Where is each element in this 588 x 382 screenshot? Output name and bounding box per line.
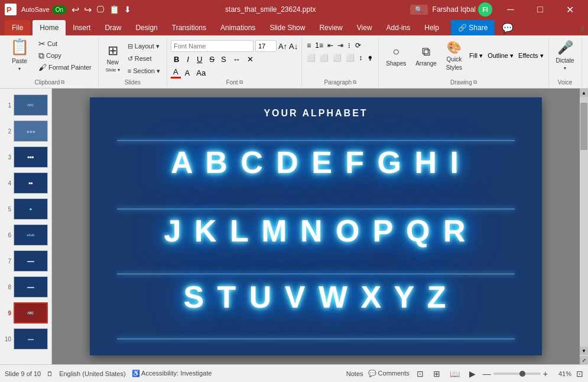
font-color-button[interactable]: A xyxy=(171,67,181,79)
slide-thumb-8[interactable]: 8 ▬▬ xyxy=(2,275,49,299)
comments-button[interactable]: 💬 Comments xyxy=(368,370,410,377)
tab-addins[interactable]: Add-ins xyxy=(379,20,418,35)
slide-thumb-7[interactable]: 7 ▬▬ xyxy=(2,249,49,273)
line-spacing-button[interactable]: ↕ xyxy=(358,53,363,63)
font-expand[interactable]: ⧉ xyxy=(239,79,243,86)
tab-slideshow[interactable]: Slide Show xyxy=(262,20,312,35)
shadow-button[interactable]: S xyxy=(219,54,229,64)
scroll-up-button[interactable]: ▲ xyxy=(580,89,588,97)
clear-format-button[interactable]: ✕ xyxy=(245,54,256,64)
slideshow-view-button[interactable]: ▶ xyxy=(467,368,478,380)
highlight-button[interactable]: A xyxy=(183,68,193,78)
zoom-out-button[interactable]: — xyxy=(483,369,491,378)
slide-canvas[interactable]: YOUR ALPHABET A B C D E F G H I J K L M … xyxy=(90,97,542,355)
share-button[interactable]: 🔗 Share xyxy=(451,20,495,35)
language-indicator[interactable]: English (United States) xyxy=(59,370,126,377)
tab-animations[interactable]: Animations xyxy=(213,20,262,35)
tab-help[interactable]: Help xyxy=(417,20,446,35)
section-button[interactable]: ≡Section ▾ xyxy=(125,66,163,77)
tab-transitions[interactable]: Transitions xyxy=(165,20,213,35)
search-button[interactable]: 🔍 xyxy=(410,5,428,15)
notes-button[interactable]: Notes xyxy=(346,370,363,377)
neon-line-1 xyxy=(117,208,515,210)
undo-button[interactable]: ↩ xyxy=(72,4,79,15)
smart-art-button[interactable]: ⧭ xyxy=(365,53,375,63)
shape-effects-button[interactable]: Effects ▾ xyxy=(517,51,544,61)
font-size-decrease[interactable]: A↓ xyxy=(289,42,298,51)
dictate-button[interactable]: 🎤 Dictate ▾ xyxy=(553,39,578,72)
justify-button[interactable]: ⬜ xyxy=(345,53,356,63)
format-painter-button[interactable]: 🖌Format Painter xyxy=(35,61,95,73)
zoom-level[interactable]: 41% xyxy=(553,370,571,377)
normal-view-button[interactable]: ⊡ xyxy=(414,368,426,380)
maximize-button[interactable]: □ xyxy=(527,0,554,19)
align-right-button[interactable]: ⬜ xyxy=(332,53,343,63)
tab-view[interactable]: View xyxy=(350,20,379,35)
scroll-thumb[interactable] xyxy=(580,103,587,150)
accessibility-status[interactable]: ♿ Accessibility: Investigate xyxy=(132,370,212,377)
reading-view-button[interactable]: 📖 xyxy=(447,368,462,380)
decrease-indent-button[interactable]: ⇤ xyxy=(326,40,334,51)
align-left-button[interactable]: ⬜ xyxy=(306,53,317,63)
autosave-toggle[interactable]: AutoSave On xyxy=(21,5,67,14)
layout-button[interactable]: ⊟Layout ▾ xyxy=(125,41,163,52)
paste-button[interactable]: 📋 Paste ▾ xyxy=(5,38,34,71)
slide-thumb-4[interactable]: 4 ■■ xyxy=(2,171,49,195)
font-name-input[interactable] xyxy=(171,40,254,52)
bold-button[interactable]: B xyxy=(171,54,182,65)
shape-fill-button[interactable]: Fill ▾ xyxy=(468,51,484,61)
tab-review[interactable]: Review xyxy=(312,20,349,35)
slide-sorter-button[interactable]: ⊞ xyxy=(431,368,443,380)
drawing-expand[interactable]: ⧉ xyxy=(473,79,477,86)
reset-button[interactable]: ↺Reset xyxy=(125,53,163,64)
font-size-input[interactable] xyxy=(255,40,277,52)
numbering-button[interactable]: 1≡ xyxy=(314,40,324,51)
paragraph-expand[interactable]: ⧉ xyxy=(353,79,356,86)
bullets-button[interactable]: ≡ xyxy=(306,40,312,51)
comment-button[interactable]: 💬 xyxy=(495,20,521,35)
shape-outline-button[interactable]: Outline ▾ xyxy=(486,51,515,61)
close-button[interactable]: ✕ xyxy=(556,0,583,19)
italic-button[interactable]: I xyxy=(184,54,192,65)
arrange-button[interactable]: ⧉ Arrange xyxy=(412,39,440,72)
cut-button[interactable]: ✂Cut xyxy=(35,38,95,50)
text-columns-button[interactable]: ⫶ xyxy=(346,40,352,51)
slide-thumb-5[interactable]: 5 ■ xyxy=(2,197,49,221)
shapes-button[interactable]: ○ Shapes xyxy=(382,39,410,72)
main-area: 1 ABC 2 ◈◈◈ 3 ■■■ 4 ■■ 5 ■ xyxy=(0,89,588,364)
tab-design[interactable]: Design xyxy=(128,20,164,35)
zoom-in-button[interactable]: + xyxy=(543,369,548,378)
text-direction-button[interactable]: ⟳ xyxy=(354,40,362,51)
editing-button[interactable]: ✏️ Editing ▾ xyxy=(586,39,588,72)
ribbon-collapse-button[interactable]: ∧ xyxy=(577,21,588,35)
char-case-button[interactable]: Aa xyxy=(194,68,208,78)
clipboard-expand[interactable]: ⧉ xyxy=(61,79,64,86)
char-spacing-button[interactable]: ↔ xyxy=(230,54,243,64)
scroll-more-button[interactable]: ⤢ xyxy=(580,356,588,364)
align-center-button[interactable]: ⬜ xyxy=(319,53,330,63)
tab-home[interactable]: Home xyxy=(33,20,66,35)
slide-thumb-9[interactable]: 9 ABC xyxy=(2,301,49,325)
fit-slide-button[interactable]: ⊡ xyxy=(576,369,583,378)
slide-thumb-3[interactable]: 3 ■■■ xyxy=(2,145,49,169)
tab-insert[interactable]: Insert xyxy=(66,20,98,35)
scroll-down-button[interactable]: ▼ xyxy=(580,347,588,355)
increase-indent-button[interactable]: ⇥ xyxy=(336,40,345,51)
quick-styles-button[interactable]: 🎨 Quick Styles xyxy=(443,39,466,72)
slide-thumb-6[interactable]: 6 abab xyxy=(2,223,49,247)
neon-line-3 xyxy=(117,338,515,339)
tab-draw[interactable]: Draw xyxy=(98,20,128,35)
zoom-slider[interactable] xyxy=(493,373,541,375)
underline-button[interactable]: U xyxy=(194,54,205,65)
strikethrough-button[interactable]: S xyxy=(207,54,217,64)
minimize-button[interactable]: ─ xyxy=(497,0,524,19)
tab-file[interactable]: File xyxy=(5,20,30,35)
copy-button[interactable]: ⧉Copy xyxy=(35,50,95,61)
redo-button[interactable]: ↪ xyxy=(84,4,92,15)
slide-thumb-2[interactable]: 2 ◈◈◈ xyxy=(2,119,49,143)
font-size-increase[interactable]: A↑ xyxy=(278,42,287,51)
new-slide-button[interactable]: ⊞ New Slide ▾ xyxy=(102,42,124,75)
user-account[interactable]: Farshad Iqbal FI xyxy=(433,2,492,17)
slide-thumb-1[interactable]: 1 ABC xyxy=(2,93,49,117)
slide-thumb-10[interactable]: 10 ▬▬ xyxy=(2,327,49,351)
